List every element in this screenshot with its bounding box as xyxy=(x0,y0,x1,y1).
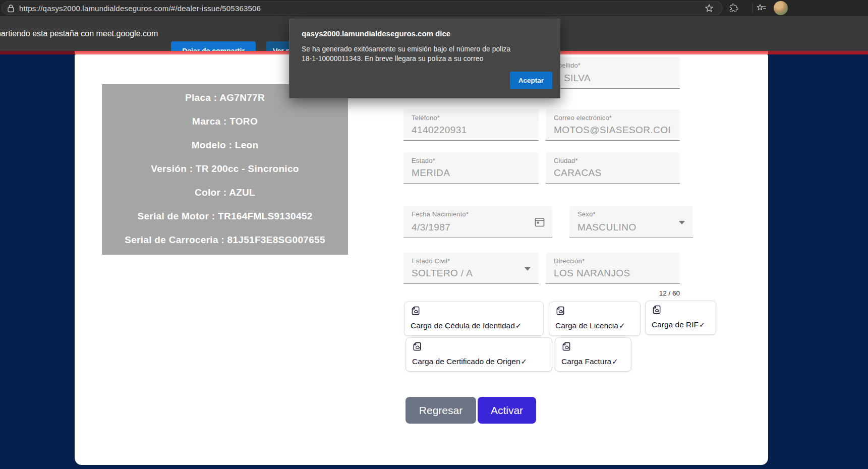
vehicle-row-color: Color : AZUL xyxy=(105,187,345,198)
check-icon: ✓ xyxy=(612,357,618,366)
estado-civil-label: Estado Civil* xyxy=(412,257,450,265)
ciudad-label: Ciudad* xyxy=(554,157,578,164)
chevron-down-icon[interactable] xyxy=(679,221,685,224)
browser-bar: https://qasys2000.lamundialdeseguros.com… xyxy=(0,0,868,16)
correo-value: MOTOS@SIASESOR.COI xyxy=(554,125,677,136)
estado-civil-value: SOLTERO / A xyxy=(412,268,536,279)
telefono-value: 4140220931 xyxy=(412,125,536,136)
vehicle-info-panel: Placa : AG7N77R Marca : TORO Modelo : Le… xyxy=(102,84,348,255)
upload-card-label: Carga de Licencia✓ xyxy=(555,321,625,330)
vehicle-row-marca: Marca : TORO xyxy=(105,116,345,127)
sexo-label: Sexo* xyxy=(577,210,596,218)
file-image-icon xyxy=(561,341,571,351)
apellido-value: SILVA xyxy=(564,73,677,84)
upload-card-label: Carga de Certificado de Origen✓ xyxy=(412,357,527,366)
upload-factura-card[interactable]: Carga Factura✓ xyxy=(555,337,631,372)
apellido-field[interactable]: Apellido* SILVA xyxy=(546,57,680,89)
file-image-icon xyxy=(652,305,662,315)
correo-field[interactable]: Correo electrónico* MOTOS@SIASESOR.COI xyxy=(546,109,680,141)
red-stripe-left xyxy=(0,51,75,54)
url-text[interactable]: https://qasys2000.lamundialdeseguros.com… xyxy=(19,4,261,13)
upload-card-label: Carga de Cédula de Identidad✓ xyxy=(411,321,522,330)
profile-avatar[interactable] xyxy=(774,1,788,15)
fecha-nacimiento-value: 4/3/1987 xyxy=(412,222,549,233)
address-bar[interactable]: https://qasys2000.lamundialdeseguros.com… xyxy=(2,1,723,15)
fecha-nacimiento-label: Fecha Nacimiento* xyxy=(412,210,469,218)
upload-certificado-card[interactable]: Carga de Certificado de Origen✓ xyxy=(406,337,552,372)
file-image-icon xyxy=(412,341,422,351)
collections-icon[interactable] xyxy=(757,3,767,13)
bookmark-star-icon[interactable] xyxy=(704,3,714,13)
ciudad-value: CARACAS xyxy=(554,167,677,179)
screen: https://qasys2000.lamundialdeseguros.com… xyxy=(0,0,868,469)
sharing-message: partiendo esta pestaña con meet.google.c… xyxy=(0,16,158,51)
vehicle-row-serial-carroceria: Serial de Carroceria : 81J51F3E8SG007655 xyxy=(105,234,345,246)
fecha-nacimiento-field[interactable]: Fecha Nacimiento* 4/3/1987 xyxy=(403,206,552,238)
check-icon: ✓ xyxy=(521,357,528,366)
direccion-label: Dirección* xyxy=(554,257,585,265)
estado-value: MERIDA xyxy=(412,167,536,179)
char-counter: 12 / 60 xyxy=(579,289,680,297)
accept-button[interactable]: Aceptar xyxy=(510,72,552,89)
file-image-icon xyxy=(411,306,421,316)
toolbar-divider xyxy=(753,3,753,13)
upload-licencia-card[interactable]: Carga de Licencia✓ xyxy=(549,302,641,336)
telefono-field[interactable]: Teléfono* 4140220931 xyxy=(403,109,539,141)
estado-field[interactable]: Estado* MERIDA xyxy=(403,152,539,184)
direccion-value: LOS NARANJOS xyxy=(554,268,677,279)
alert-dialog: qasys2000.lamundialdeseguros.com dice Se… xyxy=(289,19,560,98)
dialog-message-line1: Se ha generado exitósamente su emisión b… xyxy=(302,45,510,53)
dialog-title: qasys2000.lamundialdeseguros.com dice xyxy=(302,29,450,38)
ciudad-field[interactable]: Ciudad* CARACAS xyxy=(546,152,680,184)
content-card: Placa : AG7N77R Marca : TORO Modelo : Le… xyxy=(75,54,768,465)
check-icon: ✓ xyxy=(515,321,522,330)
lock-icon xyxy=(7,4,15,13)
upload-rif-card[interactable]: Carga de RIF✓ xyxy=(645,301,716,335)
sexo-field[interactable]: Sexo* MASCULINO xyxy=(569,206,693,238)
correo-label: Correo electrónico* xyxy=(554,114,612,122)
upload-card-label: Carga de RIF✓ xyxy=(652,320,706,329)
sexo-value: MASCULINO xyxy=(577,222,690,233)
vehicle-row-modelo: Modelo : Leon xyxy=(105,140,345,151)
telefono-label: Teléfono* xyxy=(412,114,440,122)
chevron-down-icon[interactable] xyxy=(525,267,531,271)
check-icon: ✓ xyxy=(699,320,706,329)
extensions-icon[interactable] xyxy=(729,3,739,13)
vehicle-row-version: Versión : TR 200cc - Sincronico xyxy=(105,163,345,174)
estado-civil-field[interactable]: Estado Civil* SOLTERO / A xyxy=(403,253,539,284)
file-image-icon xyxy=(555,306,565,316)
calendar-icon[interactable] xyxy=(534,216,546,228)
dialog-message-line2: 18-1-10000011343. En breve llegara su po… xyxy=(302,55,483,63)
upload-cedula-card[interactable]: Carga de Cédula de Identidad✓ xyxy=(404,302,544,336)
activar-button[interactable]: Activar xyxy=(478,397,536,424)
red-stripe-right xyxy=(768,51,868,54)
vehicle-row-serial-motor: Serial de Motor : TR164FMLS9130452 xyxy=(105,211,345,222)
direccion-field[interactable]: Dirección* LOS NARANJOS xyxy=(546,253,680,284)
estado-label: Estado* xyxy=(412,157,435,164)
regresar-button[interactable]: Regresar xyxy=(406,397,476,424)
upload-card-label: Carga Factura✓ xyxy=(561,357,618,366)
check-icon: ✓ xyxy=(619,321,625,330)
